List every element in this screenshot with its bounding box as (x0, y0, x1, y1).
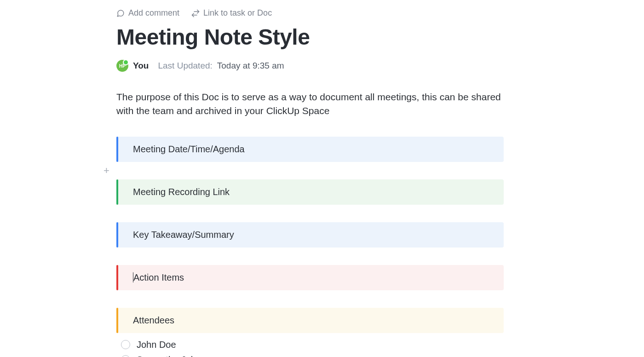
callout-red[interactable]: Action Items (116, 265, 504, 290)
callout-blue[interactable]: Key Takeaway/Summary (116, 222, 504, 248)
meta-row: HP You Last Updated: Today at 9:35 am (116, 60, 504, 72)
callout-row: Action Items (116, 265, 504, 290)
radio-icon[interactable] (121, 340, 130, 349)
add-block-handle[interactable]: + (104, 166, 109, 176)
link-icon (191, 9, 200, 17)
callout-label: Action Items (133, 272, 184, 283)
list-item[interactable]: Samantha John (121, 355, 504, 357)
author-you: You (133, 61, 149, 71)
list-item[interactable]: John Doe (121, 340, 504, 350)
document-container: Add comment Link to task or Doc Meeting … (0, 0, 504, 357)
attendees-list: John DoeSamantha John (116, 340, 504, 357)
callout-blue[interactable]: Meeting Date/Time/Agenda (116, 137, 504, 162)
link-task-button[interactable]: Link to task or Doc (191, 8, 272, 18)
callout-blocks: Meeting Date/Time/Agenda+Meeting Recordi… (116, 137, 504, 357)
top-actions: Add comment Link to task or Doc (116, 8, 504, 18)
radio-icon[interactable] (121, 355, 130, 357)
callout-label: Meeting Recording Link (133, 187, 230, 197)
link-task-label: Link to task or Doc (203, 8, 272, 18)
callout-row: +Meeting Recording Link (116, 179, 504, 205)
callout-row: Key Takeaway/Summary (116, 222, 504, 248)
add-comment-button[interactable]: Add comment (116, 8, 179, 18)
document-description[interactable]: The purpose of this Doc is to serve as a… (116, 90, 504, 118)
attendee-name: John Doe (137, 340, 176, 350)
callout-label: Key Takeaway/Summary (133, 230, 234, 240)
last-updated-label: Last Updated: (158, 61, 212, 71)
callout-row: Meeting Date/Time/Agenda (116, 137, 504, 162)
add-comment-label: Add comment (128, 8, 179, 18)
callout-label: Meeting Date/Time/Agenda (133, 144, 245, 155)
attendee-name: Samantha John (137, 355, 201, 357)
callout-green[interactable]: Meeting Recording Link (116, 179, 504, 205)
comment-icon (116, 9, 125, 17)
page-title[interactable]: Meeting Note Style (116, 24, 504, 50)
avatar[interactable]: HP (116, 60, 128, 72)
callout-row: AttendeesJohn DoeSamantha John (116, 308, 504, 357)
last-updated-time: Today at 9:35 am (217, 61, 284, 71)
callout-label: Attendees (133, 315, 174, 326)
callout-yellow[interactable]: Attendees (116, 308, 504, 333)
